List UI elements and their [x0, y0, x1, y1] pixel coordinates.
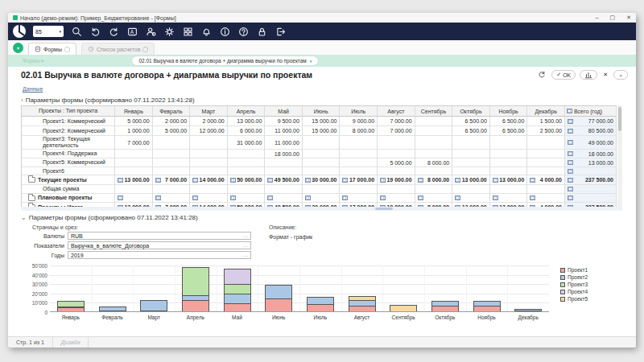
total-cell[interactable]: 49 000.00 — [565, 136, 617, 150]
table-cell[interactable] — [490, 158, 528, 167]
table-cell[interactable] — [265, 167, 303, 175]
maximize-button[interactable]: ▢ — [610, 14, 616, 21]
table-cell[interactable]: 8 000.00 — [415, 175, 453, 185]
years-field[interactable]: 2019… — [68, 251, 251, 259]
table-cell[interactable] — [415, 126, 453, 136]
table-cell[interactable] — [303, 150, 341, 158]
table-cell[interactable] — [228, 185, 266, 194]
table-cell[interactable]: 50 000.00 — [228, 175, 266, 185]
tab-gear-icon[interactable] — [64, 47, 70, 52]
minimize-button[interactable]: – — [596, 14, 599, 21]
table-cell[interactable] — [153, 194, 191, 203]
table-cell[interactable] — [415, 117, 453, 126]
zoom-select[interactable]: 85 ▾ — [33, 26, 64, 37]
table-cell[interactable] — [452, 194, 490, 203]
table-cell[interactable] — [340, 185, 378, 194]
table-cell[interactable]: 17 000.00 — [340, 175, 378, 185]
table-cell[interactable] — [153, 158, 191, 167]
app-logo-icon[interactable] — [13, 25, 26, 38]
table-cell[interactable] — [265, 194, 303, 203]
table-cell[interactable] — [490, 167, 528, 175]
search-icon[interactable] — [71, 26, 82, 37]
total-cell[interactable] — [565, 167, 617, 175]
table-cell[interactable]: 19 000.00 — [378, 175, 415, 185]
total-cell[interactable]: 237 500.00 — [565, 175, 617, 185]
table-cell[interactable] — [340, 194, 378, 203]
table-cell[interactable] — [452, 136, 490, 150]
chart-view-button[interactable] — [580, 70, 597, 80]
table-cell[interactable] — [452, 158, 490, 167]
table-cell[interactable]: 6 500.00 — [452, 117, 490, 126]
tab-forms[interactable]: Формы — [28, 43, 76, 55]
table-cell[interactable]: 1 500.00 — [527, 117, 565, 126]
table-cell[interactable] — [378, 167, 415, 175]
table-cell[interactable] — [115, 150, 153, 158]
tab-calculations[interactable]: Список расчетов — [81, 43, 155, 55]
table-cell[interactable] — [490, 136, 528, 150]
table-cell[interactable] — [153, 185, 191, 194]
table-row[interactable]: Общая сумма — [22, 185, 617, 194]
row-label[interactable]: Проект3: Текущая деятельность — [22, 136, 115, 150]
table-cell[interactable] — [527, 136, 565, 150]
row-label[interactable]: Общая сумма — [22, 185, 115, 194]
table-cell[interactable] — [415, 150, 453, 158]
table-cell[interactable] — [115, 185, 153, 194]
table-row[interactable]: Проект1: Коммерческий5 000.002 000.002 0… — [22, 117, 617, 126]
table-horizontal-scrollbar[interactable] — [21, 207, 622, 211]
table-cell[interactable]: 1 000.00 — [115, 126, 153, 136]
table-cell[interactable] — [527, 158, 565, 167]
table-cell[interactable]: 13 000.00 — [228, 117, 266, 126]
table-cell[interactable]: 14 000.00 — [190, 175, 228, 185]
table-cell[interactable] — [228, 150, 266, 158]
lock-icon[interactable] — [256, 26, 267, 37]
table-cell[interactable] — [452, 150, 490, 158]
table-cell[interactable] — [527, 167, 565, 175]
table-cell[interactable] — [303, 185, 341, 194]
table-cell[interactable] — [378, 150, 415, 158]
table-cell[interactable]: 18 000.00 — [265, 150, 303, 158]
table-cell[interactable]: 13 000.00 — [115, 175, 153, 185]
table-cell[interactable]: 6 500.00 — [452, 126, 490, 136]
table-cell[interactable]: 30 000.00 — [303, 175, 341, 185]
table-cell[interactable]: 13 000.00 — [490, 175, 528, 185]
help-icon[interactable] — [237, 26, 249, 37]
row-label[interactable]: Проект2: Коммерческий — [22, 126, 115, 136]
new-tab-button[interactable]: ▾ — [13, 43, 23, 53]
total-cell[interactable] — [565, 185, 617, 194]
table-cell[interactable] — [303, 167, 341, 175]
table-row[interactable]: Текущие проекты13 000.007 000.0014 000.0… — [22, 175, 617, 185]
translate-icon[interactable]: A — [126, 26, 138, 37]
table-cell[interactable] — [340, 136, 378, 150]
table-cell[interactable] — [228, 194, 266, 203]
table-row[interactable]: Проект6 — [22, 167, 617, 175]
table-vertical-scrollbar[interactable] — [617, 105, 622, 207]
table-cell[interactable]: 31 000.00 — [228, 136, 266, 150]
table-cell[interactable] — [490, 150, 528, 158]
tab-gear-icon[interactable] — [142, 47, 148, 52]
table-cell[interactable]: 7 000.00 — [378, 117, 415, 126]
table-cell[interactable] — [378, 194, 415, 203]
info-icon[interactable] — [219, 26, 230, 37]
exit-icon[interactable] — [275, 26, 286, 37]
total-cell[interactable]: 18 000.00 — [565, 150, 617, 158]
undo-icon[interactable] — [89, 26, 101, 37]
table-cell[interactable] — [153, 150, 191, 158]
notifications-bell-icon[interactable] — [200, 26, 212, 37]
table-cell[interactable]: 15 000.00 — [303, 126, 341, 136]
table-cell[interactable] — [115, 158, 153, 167]
row-label[interactable]: Текущие проекты — [22, 175, 115, 185]
table-cell[interactable]: 2 000.00 — [190, 117, 228, 126]
table-cell[interactable] — [265, 185, 303, 194]
table-cell[interactable] — [527, 194, 565, 203]
table-cell[interactable] — [190, 167, 228, 175]
table-cell[interactable] — [303, 194, 341, 203]
forms-group-dropdown[interactable]: Формы ▾ — [23, 58, 43, 64]
more-actions-button[interactable]: ⌄ — [613, 70, 628, 80]
table-cell[interactable] — [153, 167, 191, 175]
table-cell[interactable] — [452, 185, 490, 194]
table-cell[interactable]: 49 500.00 — [265, 175, 303, 185]
table-cell[interactable] — [190, 158, 228, 167]
table-row[interactable]: Плановые проекты — [22, 194, 617, 203]
table-cell[interactable] — [340, 167, 378, 175]
close-button[interactable]: ✕ — [626, 14, 631, 21]
